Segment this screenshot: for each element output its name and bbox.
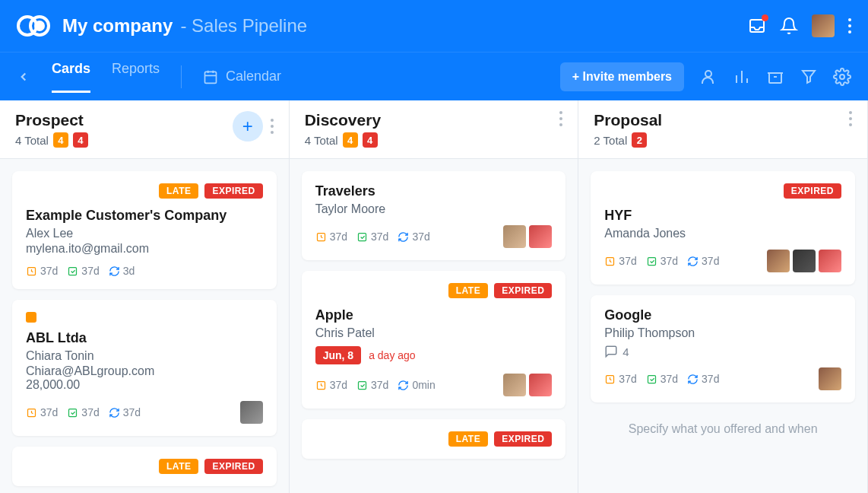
- badge-expired-count: 2: [632, 132, 647, 148]
- column-total: 4 Total: [15, 134, 49, 147]
- filter-icon[interactable]: [800, 68, 818, 86]
- card[interactable]: Travelers Taylor Moore 37d 37d 37d: [302, 171, 566, 260]
- column-discovery: Discovery 4 Total 4 4 Travelers Taylor M…: [290, 100, 579, 493]
- person-icon[interactable]: [699, 68, 718, 86]
- metric-1: 37d: [40, 406, 58, 418]
- add-card-button[interactable]: +: [233, 111, 263, 142]
- card[interactable]: ABL Ltda Chiara Tonin Chiara@ABLgroup.co…: [12, 300, 277, 436]
- metric-3: 0min: [412, 379, 435, 391]
- card-title: Google: [604, 307, 841, 323]
- card-email: mylena.ito@gmail.com: [26, 242, 263, 256]
- badge-expired-count: 4: [363, 132, 378, 148]
- clock-icon: [315, 380, 327, 391]
- card-title: Example Customer's Company: [26, 208, 263, 224]
- assignee-avatar[interactable]: [767, 250, 790, 272]
- metric-2: 37d: [371, 231, 388, 243]
- tag-late: LATE: [448, 283, 488, 298]
- inbox-icon[interactable]: [748, 17, 766, 35]
- bar-chart-icon[interactable]: [733, 68, 751, 86]
- column-header: Proposal 2 Total 2: [578, 100, 867, 159]
- refresh-icon: [109, 407, 120, 418]
- assignee-avatar[interactable]: [819, 367, 841, 390]
- svg-point-2: [34, 21, 45, 31]
- column-proposal: Proposal 2 Total 2 EXPIRED HYF Amanda Jo…: [578, 100, 868, 493]
- svg-rect-15: [359, 381, 366, 389]
- assignee-avatar[interactable]: [503, 374, 526, 396]
- card-person: Alex Lee: [26, 227, 263, 240]
- card[interactable]: LATE EXPIRED Example Customer's Company …: [12, 171, 277, 289]
- settings-icon[interactable]: [833, 68, 851, 86]
- assignee-avatar[interactable]: [793, 250, 816, 272]
- card[interactable]: LATE EXPIRED Apple Chris Patel Jun, 8 a …: [302, 271, 566, 409]
- column-menu-icon[interactable]: [559, 111, 562, 126]
- tab-reports[interactable]: Reports: [112, 61, 160, 93]
- enter-icon: [67, 266, 78, 277]
- sub-header: Cards Reports Calendar + Invite members: [0, 52, 868, 100]
- column-header: Discovery 4 Total 4 4: [290, 100, 578, 159]
- clock-icon: [604, 256, 616, 267]
- card-person: Chiara Tonin: [26, 349, 263, 363]
- refresh-icon: [109, 266, 120, 277]
- metric-2: 37d: [371, 379, 388, 391]
- archive-icon[interactable]: [766, 68, 784, 86]
- metric-1: 37d: [330, 231, 347, 243]
- metric-2: 37d: [81, 406, 99, 418]
- pipeline-name[interactable]: - Sales Pipeline: [180, 15, 307, 37]
- metric-1: 37d: [40, 265, 58, 277]
- comment-count: 4: [622, 345, 629, 358]
- invite-members-button[interactable]: + Invite members: [560, 62, 684, 91]
- refresh-icon: [398, 380, 409, 391]
- column-prospect: Prospect 4 Total 4 4 + LATE EXPIRED Exam…: [0, 100, 290, 493]
- tab-cards[interactable]: Cards: [52, 61, 90, 93]
- card[interactable]: Google Philip Thompson 4 37d 37d 37d: [591, 295, 855, 402]
- clock-icon: [604, 374, 616, 385]
- card-title: Travelers: [315, 183, 553, 199]
- back-icon[interactable]: [17, 70, 30, 84]
- card-person: Chris Patel: [315, 326, 553, 340]
- metric-3: 37d: [123, 406, 141, 418]
- card[interactable]: EXPIRED HYF Amanda Jones 37d 37d 37d: [591, 171, 855, 285]
- calendar-label: Calendar: [226, 68, 281, 84]
- svg-rect-4: [205, 72, 217, 83]
- assignee-avatar[interactable]: [503, 225, 526, 248]
- svg-point-5: [705, 71, 711, 77]
- card[interactable]: LATE EXPIRED: [302, 419, 566, 459]
- user-avatar[interactable]: [812, 14, 835, 37]
- column-total: 2 Total: [594, 134, 627, 147]
- status-dot: [26, 312, 36, 323]
- tag-expired: EXPIRED: [494, 283, 552, 298]
- assignee-avatar[interactable]: [529, 225, 552, 248]
- calendar-icon: [203, 69, 218, 84]
- metric-1: 37d: [619, 373, 636, 385]
- card[interactable]: LATE EXPIRED: [12, 447, 277, 486]
- company-name[interactable]: My company: [62, 15, 173, 37]
- column-menu-icon[interactable]: [849, 111, 852, 126]
- clock-icon: [26, 407, 37, 418]
- metric-3: 37d: [702, 373, 719, 385]
- metric-2: 37d: [81, 265, 99, 277]
- calendar-button[interactable]: Calendar: [203, 68, 281, 84]
- svg-rect-19: [648, 375, 655, 383]
- card-title: HYF: [604, 208, 841, 224]
- card-amount: 28,000.00: [26, 378, 263, 392]
- svg-point-7: [840, 75, 844, 79]
- bell-icon[interactable]: [780, 17, 798, 35]
- badge-expired-count: 4: [73, 132, 88, 148]
- clock-icon: [26, 266, 37, 277]
- enter-icon: [356, 380, 368, 391]
- notification-dot: [762, 14, 768, 21]
- kanban-board: Prospect 4 Total 4 4 + LATE EXPIRED Exam…: [0, 100, 868, 493]
- svg-rect-17: [648, 257, 655, 265]
- tab-divider: [181, 65, 182, 88]
- column-title: Discovery: [305, 111, 381, 129]
- clock-icon: [315, 231, 327, 243]
- card-person: Amanda Jones: [604, 227, 841, 240]
- top-menu-icon[interactable]: [848, 18, 851, 33]
- enter-icon: [646, 256, 657, 267]
- assignee-avatar[interactable]: [240, 401, 263, 424]
- assignee-avatar[interactable]: [529, 374, 552, 396]
- enter-icon: [67, 407, 78, 418]
- assignee-avatar[interactable]: [819, 250, 841, 272]
- svg-rect-13: [359, 233, 366, 240]
- column-menu-icon[interactable]: [271, 119, 274, 134]
